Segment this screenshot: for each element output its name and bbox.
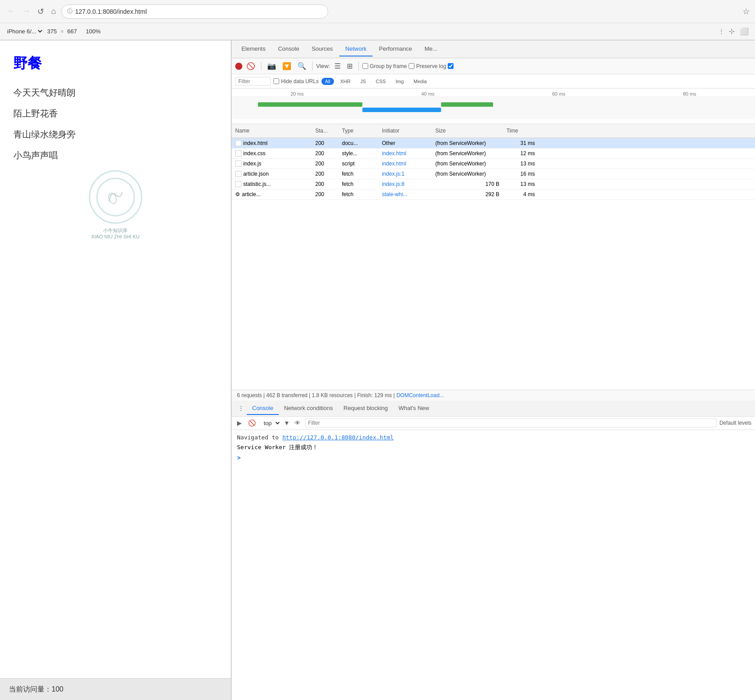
console-eye-button[interactable]: 👁	[293, 418, 302, 427]
col-size[interactable]: Size	[432, 126, 503, 136]
console-run-button[interactable]: ▶	[235, 418, 244, 427]
tab-console[interactable]: Console	[272, 42, 305, 56]
page-footer: 当前访问量：100	[0, 678, 231, 700]
responsive-tool-button[interactable]: ⬜	[739, 26, 750, 36]
col-status[interactable]: Sta...	[312, 126, 338, 136]
row-5-name: ⚙ article...	[232, 189, 312, 199]
col-time[interactable]: Time	[503, 126, 538, 136]
watermark-text-label: 小牛知识库XIAO NIU ZHI SHI KU	[13, 227, 217, 239]
bottom-tab-request-blocking[interactable]: Request blocking	[338, 402, 394, 415]
dim-separator: ×	[60, 28, 64, 35]
devtools-tabs: Elements Console Sources Network Perform…	[232, 40, 755, 58]
row-3-size: (from ServiceWorker)	[432, 169, 503, 179]
home-button[interactable]: ⌂	[49, 5, 58, 18]
toolbar-separator-2	[312, 62, 313, 71]
filter-css[interactable]: CSS	[372, 78, 390, 85]
toolbar-separator-1	[261, 62, 261, 71]
row-1-name: index.css	[232, 149, 312, 158]
tab-more[interactable]: Me...	[418, 42, 444, 56]
file-icon	[235, 140, 241, 146]
console-context-select[interactable]: top	[260, 418, 281, 428]
row-2-initiator[interactable]: index.html	[378, 159, 432, 169]
table-row[interactable]: statistic.js... 200 fetch index.js:8 170…	[232, 179, 755, 189]
bottom-tabs-more[interactable]: ⋮	[235, 403, 247, 414]
console-prompt: >	[237, 454, 241, 461]
console-area: Navigated to http://127.0.0.1:8080/index…	[232, 430, 755, 700]
filter-js[interactable]: JS	[357, 78, 369, 85]
device-select[interactable]: iPhone 6/...	[5, 28, 44, 35]
clear-button[interactable]: 🚫	[244, 60, 257, 72]
filter-img[interactable]: Img	[392, 78, 407, 85]
console-levels-select[interactable]: Default levels	[719, 420, 751, 426]
disable-cache-label[interactable]	[448, 63, 455, 69]
filter-button[interactable]: 🔽	[280, 60, 293, 72]
col-name[interactable]: Name	[232, 126, 312, 136]
view-large-button[interactable]: ⊞	[345, 60, 355, 72]
tab-elements[interactable]: Elements	[235, 42, 272, 56]
forward-button[interactable]: →	[20, 5, 32, 18]
watermark-svg	[96, 177, 136, 217]
row-1-initiator[interactable]: index.html	[378, 149, 432, 158]
tab-performance[interactable]: Performance	[373, 42, 418, 56]
disable-cache-checkbox[interactable]	[448, 63, 454, 69]
tab-sources[interactable]: Sources	[305, 42, 339, 56]
table-row[interactable]: index.html 200 docu... Other (from Servi…	[232, 138, 755, 149]
page-line-2: 陌上野花香	[13, 108, 217, 120]
bottom-tab-console[interactable]: Console	[247, 402, 279, 415]
col-type[interactable]: Type	[338, 126, 378, 136]
row-1-size: (from ServiceWorker)	[432, 149, 503, 158]
row-0-initiator: Other	[378, 138, 432, 148]
address-bar[interactable]: ⓘ 127.0.0.1:8080/index.html	[61, 4, 328, 19]
nav-link[interactable]: http://127.0.0.1:8080/index.html	[282, 434, 394, 441]
console-toolbar: ▶ 🚫 top ▼ 👁 Default levels	[232, 417, 755, 430]
hide-data-urls-checkbox[interactable]	[273, 78, 279, 84]
browser-viewport: 野餐 今天天气好晴朗 陌上野花香 青山绿水绕身旁 小鸟声声唱 小牛知识库XIAO…	[0, 40, 231, 700]
more-options-button[interactable]: ⋮	[719, 28, 724, 35]
preserve-log-label[interactable]: Preserve log	[409, 63, 446, 69]
console-prompt-line[interactable]: >	[235, 453, 751, 463]
row-3-initiator[interactable]: index.js:1	[378, 169, 432, 179]
col-initiator[interactable]: Initiator	[378, 126, 432, 136]
group-by-frame-label[interactable]: Group by frame	[362, 63, 407, 69]
console-clear-button[interactable]: 🚫	[246, 418, 257, 427]
bookmark-button[interactable]: ☆	[743, 7, 750, 16]
row-3-type: fetch	[338, 169, 378, 179]
tab-network[interactable]: Network	[339, 42, 373, 56]
row-0-size: (from ServiceWorker)	[432, 138, 503, 148]
status-text: 6 requests | 462 B transferred | 1.8 KB …	[237, 392, 395, 398]
row-4-initiator[interactable]: index.js:8	[378, 179, 432, 189]
console-filter-input[interactable]	[305, 418, 717, 427]
filter-input[interactable]	[235, 77, 271, 86]
hide-data-urls-label[interactable]: Hide data URLs	[273, 78, 319, 84]
row-5-initiator[interactable]: stale-whi...	[378, 189, 432, 199]
row-3-time: 16 ms	[503, 169, 538, 179]
table-row[interactable]: index.js 200 script index.html (from Ser…	[232, 159, 755, 169]
table-row[interactable]: index.css 200 style... index.html (from …	[232, 149, 755, 159]
navigated-text: Navigated to	[237, 434, 279, 441]
camera-button[interactable]: 📷	[265, 60, 278, 72]
row-1-status: 200	[312, 149, 338, 158]
table-row[interactable]: article.json 200 fetch index.js:1 (from …	[232, 169, 755, 179]
cursor-tool-button[interactable]: ⊹	[728, 26, 735, 36]
search-button[interactable]: 🔍	[295, 60, 309, 72]
filter-all[interactable]: All	[321, 78, 334, 85]
timeline-bars	[232, 97, 755, 119]
filter-xhr[interactable]: XHR	[337, 78, 354, 85]
page-content: 野餐 今天天气好晴朗 陌上野花香 青山绿水绕身旁 小鸟声声唱 小牛知识库XIAO…	[0, 40, 231, 678]
record-button[interactable]	[235, 63, 242, 70]
view-list-button[interactable]: ☰	[332, 60, 343, 72]
main-layout: 野餐 今天天气好晴朗 陌上野花香 青山绿水绕身旁 小鸟声声唱 小牛知识库XIAO…	[0, 40, 755, 700]
bottom-tab-network-conditions[interactable]: Network conditions	[279, 402, 338, 415]
preserve-log-checkbox[interactable]	[409, 63, 414, 69]
filter-media[interactable]: Media	[410, 78, 430, 85]
table-row[interactable]: ⚙ article... 200 fetch stale-whi... 292 …	[232, 189, 755, 200]
timeline-bar-1	[258, 102, 362, 107]
reload-button[interactable]: ↺	[36, 5, 46, 18]
row-3-name: article.json	[232, 169, 312, 179]
dom-content-loaded-link[interactable]: DOMContentLoad...	[397, 392, 444, 398]
group-by-frame-checkbox[interactable]	[362, 63, 368, 69]
bottom-tab-whats-new[interactable]: What's New	[393, 402, 434, 415]
filter-bar: Hide data URLs All XHR JS CSS Img Media	[232, 74, 755, 89]
row-0-type: docu...	[338, 138, 378, 148]
back-button[interactable]: ←	[5, 5, 17, 18]
